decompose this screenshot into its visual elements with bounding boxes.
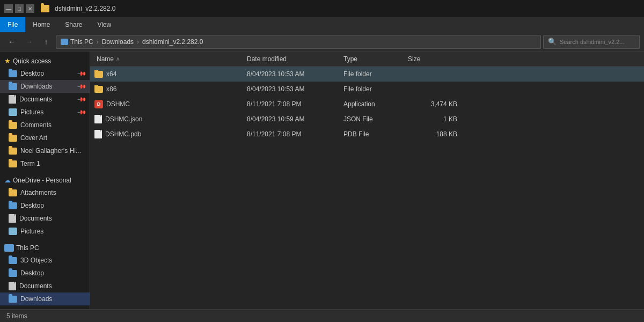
sidebar-item-noel[interactable]: Noel Gallagher's Hi... [0,144,90,157]
breadcrumb-downloads[interactable]: Downloads [102,38,134,46]
sidebar-item-label: Documents [19,96,52,103]
col-header-date[interactable]: Date modified [245,55,341,63]
window-title: dshidmini_v2.2.282.0 [55,5,115,12]
doc-icon [9,95,16,104]
sidebar-item-term1[interactable]: Term 1 [0,157,90,170]
ribbon: File Home Share View [0,17,644,32]
breadcrumb-sep-1: › [97,38,99,46]
sidebar-item-label: 3D Objects [20,257,52,264]
folder-icon [9,148,17,155]
col-header-size[interactable]: Size [406,55,459,63]
main-layout: ★ Quick access Desktop 📌 Downloads 📌 Doc… [0,52,644,309]
sidebar-item-desktop-od[interactable]: Desktop [0,199,90,212]
file-type: File folder [341,70,406,78]
breadcrumb-thispc[interactable]: This PC [70,38,93,46]
pic-icon [9,228,17,235]
maximize-icon[interactable]: □ [15,4,24,13]
sidebar-item-documents-qa[interactable]: Documents 📌 [0,93,90,106]
nav-bar: ← → ↑ This PC › Downloads › dshidmini_v2… [0,32,644,52]
file-list: x64 8/04/2023 10:53 AM File folder x86 8… [90,67,644,309]
sidebar-item-desktop-pc[interactable]: Desktop [0,267,90,280]
pdb-icon [94,130,102,138]
file-name-cell: D DSHMC [94,100,245,108]
file-name: x86 [106,85,116,93]
address-bar[interactable]: This PC › Downloads › dshidmini_v2.2.282… [56,35,541,49]
sidebar-item-label: Term 1 [20,160,40,167]
folder-icon [9,257,17,264]
file-size: 3,474 KB [406,100,459,108]
folder-icon [9,296,17,303]
minimize-icon[interactable]: — [4,4,13,13]
title-bar-icons[interactable]: — □ ✕ [4,4,34,13]
sidebar-item-documents-od[interactable]: Documents [0,212,90,225]
json-icon [94,115,102,123]
app-icon: D [94,100,103,108]
pic-icon [9,108,17,116]
thispc-label: This PC [16,244,39,252]
sidebar-item-label: Documents [19,215,52,222]
table-row[interactable]: DSHMC.json 8/04/2023 10:59 AM JSON File … [90,112,644,127]
sidebar-item-downloads-pc[interactable]: Downloads [0,292,90,305]
address-pc-icon [61,39,68,45]
table-row[interactable]: x86 8/04/2023 10:53 AM File folder [90,82,644,97]
table-row[interactable]: x64 8/04/2023 10:53 AM File folder [90,67,644,82]
file-type: PDB File [341,130,406,138]
sidebar-item-comments[interactable]: Comments [0,119,90,131]
folder-icon [94,86,103,93]
sidebar-item-documents-pc[interactable]: Documents [0,280,90,292]
ribbon-tab-share[interactable]: Share [57,17,90,32]
file-date: 8/11/2021 7:08 PM [245,100,341,108]
quick-access-icon: ★ [4,57,11,65]
sidebar-item-label: Cover Art [20,134,47,142]
folder-icon [9,160,17,167]
folder-icon [9,70,17,77]
sidebar-item-desktop-qa[interactable]: Desktop 📌 [0,67,90,80]
ribbon-tab-view[interactable]: View [90,17,119,32]
sidebar-item-label: Noel Gallagher's Hi... [20,147,81,155]
pin-icon: 📌 [76,68,86,78]
table-row[interactable]: D DSHMC 8/11/2021 7:08 PM Application 3,… [90,97,644,112]
close-icon[interactable]: ✕ [26,4,34,13]
pin-icon: 📌 [76,81,86,91]
col-header-type[interactable]: Type [341,55,406,63]
search-bar[interactable]: 🔍 Search dshidmini_v2.2... [543,35,640,49]
file-type: JSON File [341,115,406,123]
file-name-cell: DSHMC.json [94,115,245,123]
search-icon: 🔍 [548,38,557,46]
folder-icon [9,270,17,277]
sidebar-item-pictures-qa[interactable]: Pictures 📌 [0,106,90,119]
file-name: DSHMC [106,100,130,108]
folder-icon [9,122,17,129]
sidebar-item-label: Documents [19,282,52,290]
pc-icon [4,244,14,252]
sidebar-item-attachments[interactable]: Attachments [0,186,90,199]
folder-icon [94,71,103,78]
status-text: 5 items [6,312,27,320]
file-type: File folder [341,85,406,93]
folder-icon [9,202,17,209]
forward-button[interactable]: → [21,34,36,49]
sidebar-item-3dobjects[interactable]: 3D Objects [0,254,90,267]
sidebar-item-label: Desktop [20,70,44,77]
back-button[interactable]: ← [4,34,19,49]
sidebar-item-label: Desktop [20,202,44,209]
doc-icon [9,282,16,290]
file-type: Application [341,100,406,108]
breadcrumb-current: dshidmini_v2.2.282.0 [142,38,203,46]
onedrive-label: OneDrive - Personal [13,177,71,184]
folder-icon [9,135,17,142]
sidebar-item-pictures-od[interactable]: Pictures [0,225,90,238]
col-header-name[interactable]: Name ∧ [94,55,245,63]
title-bar: — □ ✕ dshidmini_v2.2.282.0 [0,0,644,17]
sidebar-item-label: Downloads [20,295,52,303]
sidebar-item-cover-art[interactable]: Cover Art [0,131,90,144]
ribbon-tab-home[interactable]: Home [25,17,57,32]
sidebar-item-label: Desktop [20,269,44,277]
table-row[interactable]: DSHMC.pdb 8/11/2021 7:08 PM PDB File 188… [90,127,644,142]
up-button[interactable]: ↑ [39,34,54,49]
cloud-icon: ☁ [4,177,11,184]
ribbon-tab-file[interactable]: File [0,17,25,32]
sidebar-item-downloads-qa[interactable]: Downloads 📌 [0,80,90,93]
sidebar-item-label: Downloads [20,83,52,90]
search-placeholder: Search dshidmini_v2.2... [560,39,624,45]
